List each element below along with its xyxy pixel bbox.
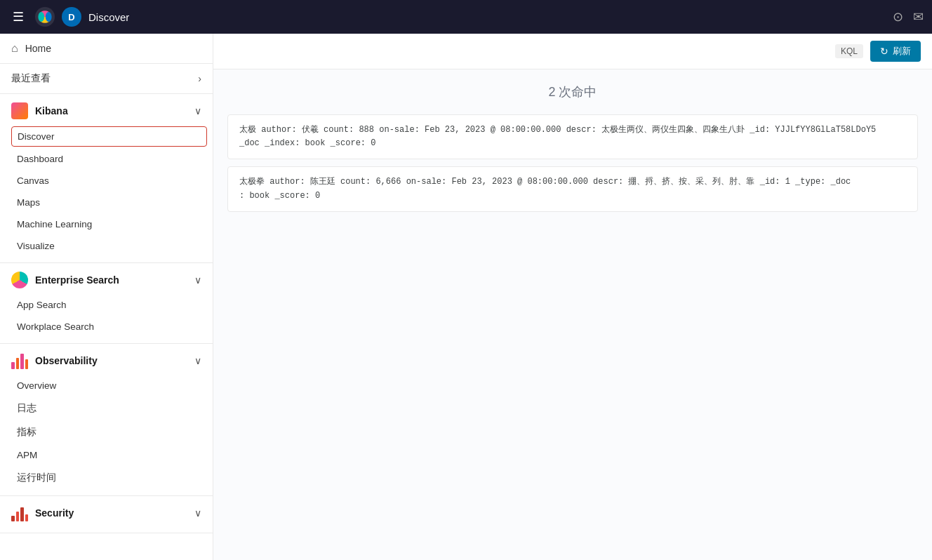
result-item-2-line2: : book _score: 0: [239, 189, 906, 203]
result-item-1-line1: 太极 author: 伏羲 count: 888 on-sale: Feb 23…: [239, 124, 906, 137]
help-icon[interactable]: ⊙: [893, 9, 903, 25]
sidebar: ⌂ Home 最近查看 › Kibana ∨ Discover Dashboar…: [0, 34, 213, 560]
security-icon: [11, 505, 28, 521]
sidebar-section-kibana: Kibana ∨ Discover Dashboard Canvas Maps …: [0, 94, 213, 263]
result-item-1: 太极 author: 伏羲 count: 888 on-sale: Feb 23…: [227, 114, 918, 159]
refresh-button[interactable]: ↻ 刷新: [870, 41, 921, 62]
refresh-icon: ↻: [880, 46, 888, 57]
enterprise-search-section-title: Enterprise Search: [35, 274, 119, 286]
elastic-logo: [35, 7, 55, 27]
topbar: ☰ D Discover ⊙ ✉: [0, 0, 932, 34]
kql-badge[interactable]: KQL: [835, 44, 863, 58]
kibana-icon: [11, 102, 28, 119]
home-label: Home: [25, 43, 51, 54]
layout: ⌂ Home 最近查看 › Kibana ∨ Discover Dashboar…: [0, 34, 932, 560]
kibana-section-title: Kibana: [35, 105, 68, 116]
sidebar-nav-item-machine-learning[interactable]: Machine Learning: [0, 213, 213, 235]
recent-chevron-icon: ›: [198, 73, 201, 84]
mail-icon[interactable]: ✉: [913, 9, 924, 25]
sidebar-section-security: Security ∨: [0, 496, 213, 533]
sidebar-section-enterprise-search: Enterprise Search ∨ App Search Workplace…: [0, 263, 213, 344]
sidebar-nav-item-metrics[interactable]: 指标: [0, 420, 213, 444]
sidebar-nav-item-discover[interactable]: Discover: [11, 126, 207, 147]
sidebar-nav-item-uptime[interactable]: 运行时间: [0, 466, 213, 490]
security-section-title: Security: [35, 507, 74, 519]
main-results: 2 次命中 太极 author: 伏羲 count: 888 on-sale: …: [213, 69, 932, 560]
sidebar-section-observability: Observability ∨ Overview 日志 指标 APM 运行时间: [0, 344, 213, 496]
security-section-header[interactable]: Security ∨: [0, 496, 213, 527]
sidebar-home[interactable]: ⌂ Home: [0, 34, 213, 64]
kibana-chevron-icon: ∨: [194, 105, 201, 116]
sidebar-nav-item-apm[interactable]: APM: [0, 444, 213, 466]
sidebar-nav-item-dashboard[interactable]: Dashboard: [0, 148, 213, 170]
main-content: KQL ↻ 刷新 2 次命中 太极 author: 伏羲 count: 888 …: [213, 34, 932, 560]
sidebar-nav-item-maps[interactable]: Maps: [0, 192, 213, 213]
kibana-section-header[interactable]: Kibana ∨: [0, 94, 213, 125]
observability-chevron-icon: ∨: [194, 355, 201, 366]
result-item-2: 太极拳 author: 陈王廷 count: 6,666 on-sale: Fe…: [227, 166, 918, 211]
enterprise-search-chevron-icon: ∨: [194, 274, 201, 286]
sidebar-nav-item-workplace-search[interactable]: Workplace Search: [0, 316, 213, 338]
home-icon: ⌂: [11, 42, 18, 55]
enterprise-search-icon: [11, 272, 28, 288]
sidebar-nav-item-overview[interactable]: Overview: [0, 375, 213, 396]
recent-label: 最近查看: [11, 72, 51, 85]
result-count: 2 次命中: [227, 84, 918, 100]
page-title: Discover: [88, 11, 886, 23]
sidebar-nav-item-logs[interactable]: 日志: [0, 396, 213, 420]
menu-icon[interactable]: ☰: [8, 9, 28, 25]
sidebar-nav-item-canvas[interactable]: Canvas: [0, 170, 213, 192]
result-item-1-line2: _doc _index: book _score: 0: [239, 137, 906, 150]
svg-point-3: [38, 12, 44, 22]
sidebar-nav-item-app-search[interactable]: App Search: [0, 294, 213, 316]
security-chevron-icon: ∨: [194, 507, 201, 519]
enterprise-search-section-header[interactable]: Enterprise Search ∨: [0, 263, 213, 294]
user-avatar[interactable]: D: [62, 7, 81, 27]
svg-point-4: [46, 12, 52, 22]
main-toolbar: KQL ↻ 刷新: [213, 34, 932, 69]
sidebar-recent[interactable]: 最近查看 ›: [0, 64, 213, 94]
topbar-right: ⊙ ✉: [893, 9, 924, 25]
observability-section-header[interactable]: Observability ∨: [0, 344, 213, 375]
sidebar-nav-item-visualize[interactable]: Visualize: [0, 235, 213, 257]
result-item-2-line1: 太极拳 author: 陈王廷 count: 6,666 on-sale: Fe…: [239, 175, 906, 189]
observability-section-title: Observability: [35, 355, 98, 366]
observability-icon: [11, 352, 28, 369]
